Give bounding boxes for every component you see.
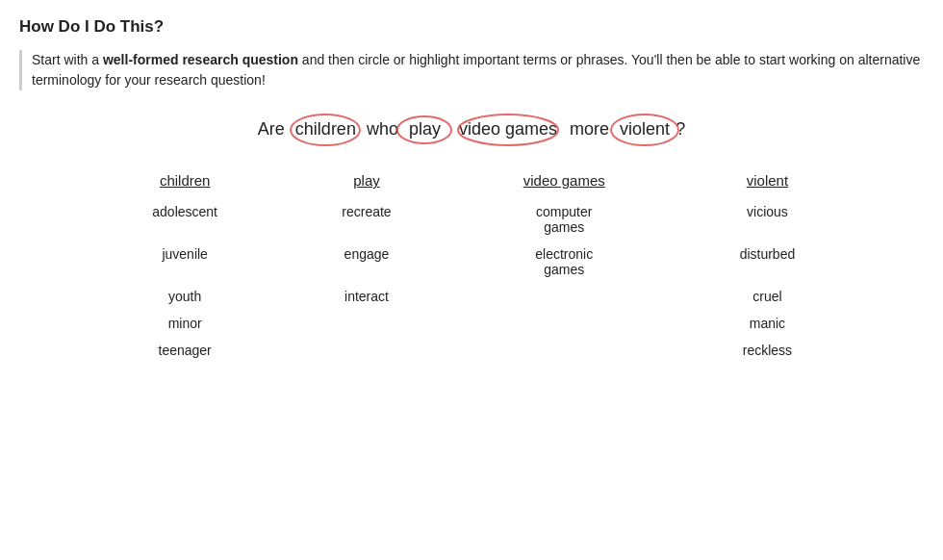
cell-col0-row3: minor — [87, 310, 283, 337]
col-header-violent: violent — [678, 166, 856, 198]
cell-col1-row4 — [283, 337, 449, 364]
cell-col0-row4: teenager — [87, 337, 283, 364]
cell-col0-row2: youth — [87, 283, 283, 310]
cell-col0-row0: adolescent — [87, 198, 283, 241]
cell-col1-row3 — [283, 310, 449, 337]
question-pre: Are — [258, 119, 290, 139]
circle-violent-svg — [608, 112, 681, 148]
cell-col3-row3: manic — [678, 310, 856, 337]
cell-col2-row2 — [450, 283, 678, 310]
table-row: juvenileengageelectronicgamesdisturbed — [87, 241, 856, 283]
circle-children: children — [290, 119, 362, 140]
svg-point-1 — [397, 116, 451, 143]
circle-violent: violent — [614, 119, 675, 140]
intro-text: Start with a well-formed research questi… — [19, 50, 924, 90]
table-header-row: children play video games violent — [87, 166, 856, 198]
cell-col3-row4: reckless — [678, 337, 856, 364]
cell-col1-row0: recreate — [283, 198, 449, 241]
question-text: Are children who play video games more v… — [258, 119, 685, 140]
cell-col2-row1: electronicgames — [450, 241, 678, 283]
cell-col2-row3 — [450, 310, 678, 337]
circle-videogames: video games — [451, 119, 565, 140]
cell-col1-row2: interact — [283, 283, 449, 310]
col-header-children: children — [87, 166, 283, 198]
question-area: Are children who play video games more v… — [19, 119, 924, 140]
svg-point-2 — [458, 115, 558, 145]
svg-point-0 — [291, 115, 360, 145]
cell-col0-row1: juvenile — [87, 241, 283, 283]
col-header-videogames: video games — [450, 166, 678, 198]
cell-col2-row0: computergames — [450, 198, 678, 241]
cell-col3-row1: disturbed — [678, 241, 856, 283]
page-heading: How Do I Do This? — [19, 17, 924, 37]
cell-col2-row4 — [450, 337, 678, 364]
circle-videogames-svg — [455, 112, 561, 148]
table-row: teenagerreckless — [87, 337, 856, 364]
cell-col1-row1: engage — [283, 241, 449, 283]
table-row: youthinteractcruel — [87, 283, 856, 310]
cell-col3-row2: cruel — [678, 283, 856, 310]
circle-children-svg — [288, 112, 363, 148]
cell-col3-row0: vicious — [678, 198, 856, 241]
svg-point-3 — [611, 115, 678, 145]
circle-play-svg — [395, 113, 453, 147]
table-row: adolescentrecreatecomputergamesvicious — [87, 198, 856, 241]
table-row: minormanic — [87, 310, 856, 337]
synonyms-table: children play video games violent adoles… — [87, 166, 856, 364]
circle-play: play — [403, 119, 446, 140]
col-header-play: play — [283, 166, 449, 198]
